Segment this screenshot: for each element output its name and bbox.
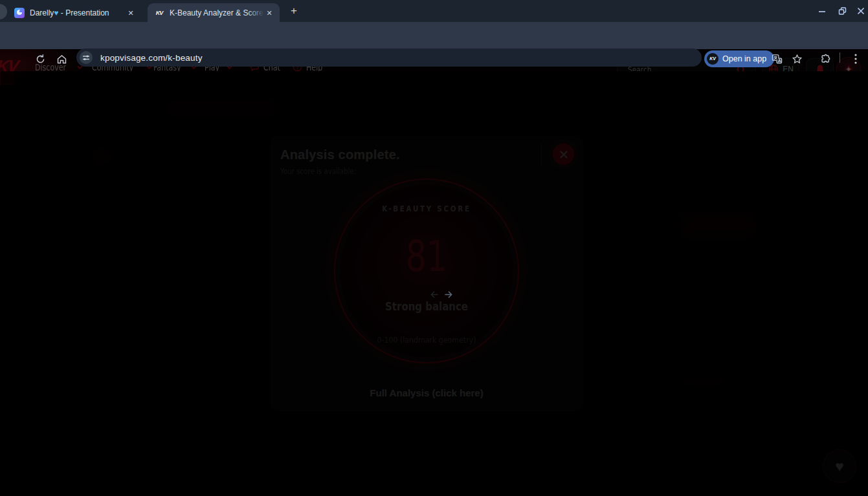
forward-icon[interactable] (14, 71, 868, 496)
tab-darelly-presentation[interactable]: Darelly♥ - Presentation ✕ (8, 3, 141, 22)
tab-kbeauty-analyzer[interactable]: KV K-Beauty Analyzer & Score | Kp ✕ (148, 3, 280, 22)
site-settings-icon[interactable] (80, 51, 93, 64)
window-restore-button[interactable] (836, 5, 849, 17)
window-minimize-button[interactable] (816, 5, 829, 17)
reload-icon[interactable] (34, 52, 47, 65)
translate-icon[interactable] (770, 52, 783, 65)
kv-favicon: KV (154, 8, 164, 18)
browser-toolbar: kpopvisage.com/k-beauty KV Open in app (0, 22, 868, 49)
url-bar[interactable]: kpopvisage.com/k-beauty (76, 49, 702, 67)
presentation-app-favicon (14, 8, 25, 18)
new-tab-button[interactable]: + (287, 5, 300, 17)
window-close-button[interactable] (854, 5, 867, 17)
tab-close-icon[interactable]: ✕ (264, 8, 274, 18)
tab-title: K-Beauty Analyzer & Score | Kp (170, 8, 264, 17)
home-icon[interactable] (55, 52, 68, 65)
toolbar-separator (840, 52, 840, 63)
tab-title: Darelly♥ - Presentation (30, 8, 126, 17)
tab-strip-edge-circle (0, 4, 7, 19)
kv-app-icon: KV (707, 53, 718, 65)
menu-kebab-icon[interactable] (849, 52, 862, 65)
bookmark-star-icon[interactable] (790, 52, 803, 65)
browser-tab-strip: Darelly♥ - Presentation ✕ KV K-Beauty An… (0, 0, 868, 22)
url-text[interactable]: kpopvisage.com/k-beauty (100, 53, 203, 63)
tab-close-icon[interactable]: ✕ (126, 8, 136, 18)
extensions-icon[interactable] (819, 52, 832, 65)
open-in-app-button[interactable]: KV Open in app (704, 50, 774, 67)
